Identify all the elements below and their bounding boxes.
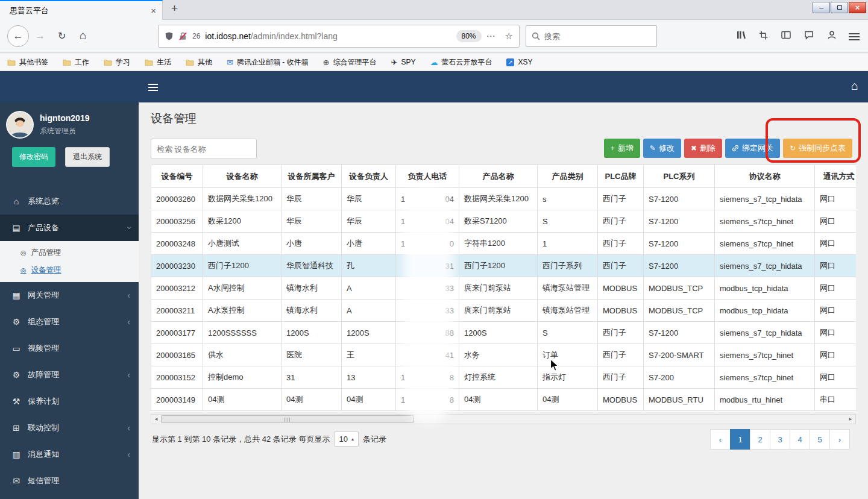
page-number[interactable]: 4 — [790, 429, 810, 450]
cell-customer: 1200S — [281, 322, 342, 344]
minimize-button[interactable]: – — [813, 2, 830, 13]
scroll-left-icon[interactable]: ◄ — [151, 416, 161, 422]
horizontal-scrollbar[interactable]: ◄ ► — [151, 414, 856, 424]
bookmark-mgmt-platform[interactable]: ⊕ 综合管理平台 — [323, 57, 377, 67]
sidebar-item-maintenance[interactable]: ⚒ 保养计划 — [0, 388, 139, 415]
bookmark-ezviz[interactable]: ☁ 萤石云开放平台 — [430, 57, 492, 67]
url-text[interactable]: iot.idosp.net/admin/index.html?lang — [205, 31, 337, 41]
sidebar-toggle-icon[interactable] — [148, 82, 158, 93]
device-row[interactable]: 200003149 04测 04测 04测 18 04测 04测 MODBUS … — [151, 389, 857, 411]
cell-phone: 18 — [396, 366, 459, 389]
page-number[interactable]: 3 — [770, 429, 790, 450]
device-row[interactable]: 200003152 控制demo 31 13 18 灯控系统 指示灯 西门子 S… — [151, 366, 857, 389]
menu-icon[interactable] — [849, 31, 860, 42]
bookmark-star-icon[interactable]: ☆ — [505, 31, 513, 42]
change-password-button[interactable]: 修改密码 — [12, 147, 55, 167]
bind-gateway-button[interactable]: 绑定网关 — [725, 139, 780, 158]
force-sync-button[interactable]: ↻ 强制同步点表 — [783, 139, 852, 158]
cell-plc-brand: 西门子 — [598, 233, 644, 255]
sidebar-item-partial[interactable]: ▤ — [0, 494, 139, 499]
col-protocol[interactable]: 协议名称 — [715, 165, 815, 188]
reload-button[interactable]: ↻ — [58, 28, 66, 44]
logout-button[interactable]: 退出系统 — [65, 147, 110, 167]
sidebar-item-product-device[interactable]: ▤ 产品设备 ‹ — [0, 215, 139, 241]
account-icon[interactable] — [827, 30, 837, 40]
edit-button[interactable]: ✎ 修改 — [643, 139, 681, 158]
bookmark-folder-other-bookmarks[interactable]: 其他书签 — [7, 57, 48, 67]
url-bar[interactable]: 26 iot.idosp.net/admin/index.html?lang 8… — [158, 25, 520, 48]
device-row[interactable]: 200003230 西门子1200 华辰智通科技 孔 31 西门子1200 西门… — [151, 255, 857, 277]
page-actions-icon[interactable]: ⋯ — [486, 31, 495, 42]
delete-button[interactable]: ✖ 删除 — [684, 139, 722, 158]
permissions-badge[interactable]: 26 — [192, 32, 200, 40]
library-icon[interactable] — [736, 30, 746, 40]
page-number[interactable]: 2 — [750, 429, 770, 450]
sidebar-item-video[interactable]: ▭ 视频管理 — [0, 335, 139, 362]
sidebar-item-linkage[interactable]: ⊞ 联动控制 ‹ — [0, 415, 139, 441]
device-row[interactable]: 200003248 小唐测试 小唐 小唐 10 字符串1200 1 西门子 S7… — [151, 233, 857, 255]
device-search-input[interactable] — [151, 139, 257, 159]
col-device-name[interactable]: 设备名称 — [203, 165, 281, 188]
browser-home-button[interactable]: ⌂ — [80, 27, 86, 44]
browser-tab[interactable]: 思普云平台 × — [0, 0, 163, 20]
page-number[interactable]: 5 — [810, 429, 830, 450]
sidebar-item-scada[interactable]: ⚙ 组态管理 ‹ — [0, 309, 139, 335]
screenshot-icon[interactable] — [759, 31, 768, 40]
bookmark-xsy[interactable]: ↗ XSY — [506, 58, 532, 66]
sidebar-menu: ⌂ 系统总览 ▤ 产品设备 ‹ ◎ 产品管理 ◎ 设备管理 ▦ 网关管理 ‹ ⚙… — [0, 188, 139, 499]
col-plc-series[interactable]: PLC系列 — [644, 165, 715, 188]
device-row[interactable]: 200003177 1200SSSSSS 1200S 1200S 88 1200… — [151, 322, 857, 344]
col-product[interactable]: 产品名称 — [459, 165, 538, 188]
device-row[interactable]: 200003212 A水闸控制 镇海水利 A 33 庹来门前泵站 镇海泵站管理 … — [151, 277, 857, 300]
close-button[interactable]: × — [849, 2, 866, 13]
page-number[interactable]: 1 — [730, 429, 750, 450]
sidebar-item-sms[interactable]: ✉ 短信管理 — [0, 468, 139, 494]
sidebar-item-overview[interactable]: ⌂ 系统总览 — [0, 188, 139, 215]
sidebar-panel-icon[interactable] — [781, 30, 791, 40]
insecure-lock-icon[interactable] — [178, 31, 187, 41]
sidebar-item-gateway[interactable]: ▦ 网关管理 ‹ — [0, 282, 139, 309]
per-page-select[interactable]: 10 ▴ — [334, 432, 358, 447]
pager-next[interactable]: › — [829, 429, 850, 450]
sidebar-item-notification[interactable]: ▥ 消息通知 ‹ — [0, 441, 139, 468]
chat-icon[interactable] — [804, 30, 814, 40]
col-category[interactable]: 产品类别 — [538, 165, 598, 188]
col-owner[interactable]: 设备负责人 — [342, 165, 396, 188]
col-comm[interactable]: 通讯方式 — [815, 165, 857, 188]
back-button[interactable]: ← — [7, 25, 29, 47]
scrollbar-thumb[interactable] — [161, 415, 414, 423]
pager-prev[interactable]: ‹ — [710, 429, 731, 450]
bookmark-spy[interactable]: ✈ SPY — [391, 58, 415, 66]
app-home-icon[interactable]: ⌂ — [851, 79, 858, 93]
bookmark-folder-study[interactable]: 学习 — [104, 57, 130, 67]
col-device-id[interactable]: 设备编号 — [151, 165, 203, 188]
device-row[interactable]: 200003211 A水泵控制 镇海水利 A 33 庹来门前泵站 镇海泵站管理 … — [151, 300, 857, 322]
sidebar-subitem-product-mgmt[interactable]: ◎ 产品管理 — [0, 244, 139, 262]
restore-button[interactable] — [831, 2, 848, 13]
col-plc-brand[interactable]: PLC品牌 — [598, 165, 644, 188]
bookmark-tencent-mail[interactable]: ✉ 腾讯企业邮箱 - 收件箱 — [227, 57, 309, 67]
zoom-indicator[interactable]: 80% — [456, 30, 482, 42]
cell-product: 灯控系统 — [459, 366, 538, 389]
search-input[interactable] — [544, 32, 651, 41]
bookmark-folder-misc[interactable]: 其他 — [186, 57, 212, 67]
bookmark-folder-life[interactable]: 生活 — [145, 57, 171, 67]
cell-device-id: 200003248 — [151, 233, 203, 255]
device-row[interactable]: 200003260 数据网关采集1200 华辰 华辰 104 数据网关采集120… — [151, 188, 857, 210]
col-phone[interactable]: 负责人电话 — [396, 165, 459, 188]
tab-close-icon[interactable]: × — [151, 5, 156, 16]
reload-icon: ↻ — [58, 31, 66, 41]
device-row[interactable]: 200003256 数采1200 华辰 华辰 104 数采S71200 S 西门… — [151, 210, 857, 233]
cell-plc-brand: 西门子 — [598, 210, 644, 233]
add-button[interactable]: + 新增 — [604, 139, 640, 158]
bookmark-folder-work[interactable]: 工作 — [63, 57, 89, 67]
device-row[interactable]: 200003165 供水 医院 王 41 水务 订单 西门子 S7-200-SM… — [151, 344, 857, 366]
new-tab-button[interactable]: + — [171, 2, 178, 15]
sidebar-subitem-device-mgmt[interactable]: ◎ 设备管理 — [0, 262, 139, 279]
sidebar-item-fault[interactable]: ⚙ 故障管理 ‹ — [0, 362, 139, 388]
col-customer[interactable]: 设备所属客户 — [281, 165, 342, 188]
search-bar[interactable] — [526, 25, 657, 47]
shield-icon[interactable] — [165, 31, 174, 41]
scroll-right-icon[interactable]: ► — [846, 416, 855, 422]
forward-button[interactable]: → — [35, 28, 45, 44]
